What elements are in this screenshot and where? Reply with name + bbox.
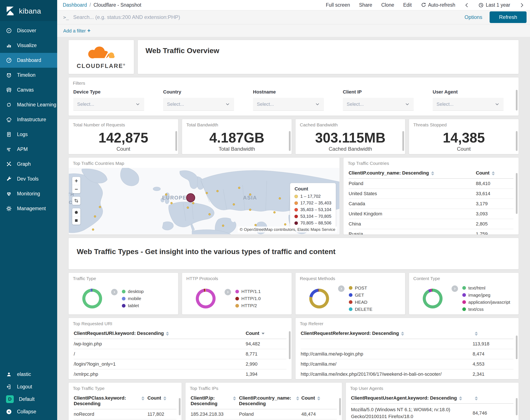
map-zoom-in-button[interactable]: +: [72, 177, 80, 185]
add-filter-link[interactable]: Add a filter+: [63, 28, 90, 34]
sort-icon[interactable]: [166, 332, 169, 336]
map-data-point[interactable]: [249, 209, 251, 211]
legend-item[interactable]: tablet: [122, 303, 144, 308]
legend-toggle-button[interactable]: [111, 289, 118, 295]
filter-select[interactable]: Select...: [433, 98, 503, 111]
legend-item[interactable]: image/jpeg: [462, 293, 510, 298]
map-data-point[interactable]: [254, 224, 257, 226]
options-link[interactable]: Options: [464, 14, 482, 20]
map-data-point[interactable]: [216, 190, 219, 192]
table-row[interactable]: /wp-login.php 94,482: [74, 339, 286, 349]
legend-item[interactable]: desktop: [122, 289, 144, 294]
legend-toggle-button[interactable]: [225, 289, 231, 295]
table-row[interactable]: http://camilia.me/ 4,553: [301, 359, 514, 369]
clone-button[interactable]: Clone: [381, 2, 394, 8]
legend-item[interactable]: HTTP/2: [235, 303, 261, 308]
sidebar-item-apm[interactable]: APM: [0, 142, 57, 157]
legend-toggle-button[interactable]: [452, 285, 458, 292]
content-type-donut-chart[interactable]: [423, 289, 442, 308]
breadcrumb-dashboard-link[interactable]: Dashboard: [63, 2, 87, 8]
sidebar-item-logs[interactable]: Logs: [0, 127, 57, 142]
legend-item[interactable]: HTTP/1.0: [235, 296, 261, 301]
table-row[interactable]: /xmlrpc.php 1,394: [74, 369, 286, 379]
map-attribution[interactable]: © OpenStreetMap contributors, Elastic Ma…: [238, 226, 337, 233]
sort-icon[interactable]: [475, 332, 478, 336]
world-map[interactable]: TH IC EUROPE ASIA + −: [69, 168, 339, 234]
legend-toggle-button[interactable]: [338, 285, 344, 292]
sidebar-item-logout[interactable]: Logout: [0, 380, 57, 393]
sort-icon[interactable]: [459, 396, 462, 400]
filter-select[interactable]: Select...: [253, 98, 324, 111]
map-data-point[interactable]: [92, 228, 94, 231]
scrollbar-thumb[interactable]: [516, 398, 517, 415]
auto-refresh-button[interactable]: Auto-refresh: [421, 2, 456, 8]
sidebar-item-dev-tools[interactable]: Dev Tools: [0, 172, 57, 186]
kibana-logo[interactable]: kibana: [0, 0, 57, 21]
legend-item[interactable]: GET: [349, 293, 372, 298]
sidebar-item-infrastructure[interactable]: Infrastructure: [0, 112, 57, 127]
map-data-point[interactable]: [279, 197, 281, 199]
sidebar-item-discover[interactable]: Discover: [0, 23, 57, 38]
table-row[interactable]: /login/?login_only=1 2,990: [74, 359, 286, 369]
scrollbar-thumb[interactable]: [339, 398, 341, 415]
sidebar-item-dashboard[interactable]: Dashboard: [0, 53, 57, 68]
sidebar-item-monitoring[interactable]: Monitoring: [0, 186, 57, 201]
map-data-point[interactable]: [208, 213, 211, 215]
time-range-picker[interactable]: Last 1 year: [478, 2, 510, 8]
table-row[interactable]: Russia 1,759: [349, 229, 514, 235]
share-button[interactable]: Share: [359, 2, 372, 8]
sort-icon[interactable]: [296, 396, 299, 400]
scrollbar-thumb[interactable]: [289, 331, 291, 359]
map-fit-bounds-button[interactable]: [72, 197, 80, 205]
map-data-point[interactable]: [273, 211, 276, 213]
edit-button[interactable]: Edit: [403, 2, 412, 8]
time-back-button[interactable]: [464, 2, 469, 8]
sort-desc-icon[interactable]: [262, 333, 265, 334]
filter-select[interactable]: Select...: [163, 98, 234, 111]
legend-item[interactable]: HEAD: [349, 300, 372, 305]
map-data-point[interactable]: [187, 207, 189, 209]
map-draw-polygon-button[interactable]: [72, 208, 80, 216]
legend-item[interactable]: mobile: [122, 296, 144, 301]
table-row[interactable]: China 2,805: [349, 219, 514, 229]
scrollbar-thumb[interactable]: [175, 131, 177, 151]
legend-item[interactable]: text/css: [462, 307, 510, 312]
search-input[interactable]: [73, 14, 457, 20]
map-data-point[interactable]: [238, 187, 240, 189]
request-methods-donut-chart[interactable]: [309, 289, 329, 308]
map-data-point[interactable]: [222, 225, 224, 227]
sort-icon[interactable]: [317, 396, 320, 400]
scrollbar-thumb[interactable]: [179, 398, 180, 415]
sidebar-item-graph[interactable]: Graph: [0, 157, 57, 172]
sidebar-item-visualize[interactable]: Visualize: [0, 38, 57, 53]
map-bubble-top-country[interactable]: [186, 193, 195, 202]
refresh-button[interactable]: Refresh: [490, 11, 527, 23]
table-row[interactable]: noRecord 117,802: [74, 409, 177, 419]
sort-icon[interactable]: [141, 396, 145, 400]
map-data-point[interactable]: [233, 203, 235, 206]
map-zoom-out-button[interactable]: −: [72, 185, 80, 193]
scrollbar-thumb[interactable]: [516, 90, 517, 110]
legend-item[interactable]: application/javascript: [462, 300, 510, 305]
map-data-point[interactable]: [249, 194, 251, 195]
sort-icon[interactable]: [163, 396, 166, 400]
scrollbar-thumb[interactable]: [402, 131, 404, 151]
legend-item[interactable]: DELETE: [349, 307, 372, 312]
filter-select[interactable]: Select...: [73, 98, 144, 111]
scrollbar-thumb[interactable]: [289, 131, 291, 151]
full-screen-button[interactable]: Full screen: [326, 2, 350, 8]
map-data-point[interactable]: [192, 202, 194, 204]
table-row[interactable]: http://camilia.me/wp-login.php 8,474: [301, 349, 514, 359]
sidebar-item-space-default[interactable]: D Default: [0, 393, 57, 405]
map-data-point[interactable]: [94, 215, 96, 218]
table-row[interactable]: Canada 3,179: [349, 199, 514, 209]
scrollbar-thumb[interactable]: [516, 335, 517, 359]
table-row[interactable]: Mozilla/5.0 (Windows NT 6.1; WOW64; rv:1…: [351, 404, 514, 420]
traffic-type-donut-chart[interactable]: [82, 289, 102, 308]
table-row[interactable]: 185.234.218.33 Poland 48,474: [191, 409, 337, 419]
sort-icon[interactable]: [401, 332, 404, 336]
map-data-point[interactable]: [165, 194, 167, 195]
time-forward-button[interactable]: [519, 2, 524, 8]
sort-icon[interactable]: [431, 171, 434, 175]
map-data-point[interactable]: [206, 192, 208, 194]
